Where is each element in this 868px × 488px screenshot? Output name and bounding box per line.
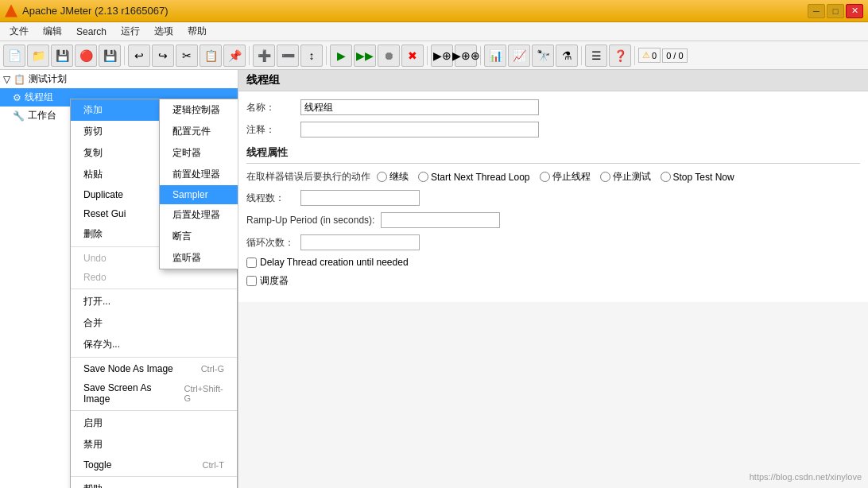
tb-report2[interactable]: 📈 bbox=[508, 45, 530, 67]
tb-list[interactable]: ☰ bbox=[585, 45, 607, 67]
submenu-assertion-label: 断言 bbox=[172, 230, 192, 243]
tree-panel: ▽ 📋 测试计划 ⚙ 线程组 🔧 工作台 添加 ▶ 剪切 Ctrl-X 复制 C… bbox=[0, 70, 238, 488]
tb-toggle[interactable]: ↕ bbox=[300, 45, 323, 67]
scheduler-row: 调度器 bbox=[246, 274, 860, 288]
ctx-savescreenimg[interactable]: Save Screen As Image Ctrl+Shift-G bbox=[71, 378, 237, 409]
sep5 bbox=[480, 46, 481, 65]
tb-save[interactable]: 💾 bbox=[99, 45, 121, 67]
tb-report1[interactable]: 📊 bbox=[484, 45, 506, 67]
submenu-logic[interactable]: 逻辑控制器 ▶ bbox=[160, 99, 238, 121]
ctx-enable[interactable]: 启用 bbox=[71, 412, 237, 434]
tb-remote-start-all[interactable]: ▶⊕⊕ bbox=[455, 45, 477, 67]
menu-file[interactable]: 文件 bbox=[3, 23, 35, 40]
tb-remove[interactable]: ➖ bbox=[277, 45, 299, 67]
ctx-merge[interactable]: 合并 bbox=[71, 312, 237, 334]
radio-stop-now[interactable]: Stop Test Now bbox=[661, 172, 734, 183]
menu-run[interactable]: 运行 bbox=[114, 23, 146, 40]
radio-continue[interactable]: 继续 bbox=[377, 170, 409, 184]
comment-input[interactable] bbox=[300, 122, 539, 137]
action-radio-group: 继续 Start Next Thread Loop 停止线程 停止测试 bbox=[377, 170, 734, 184]
ctx-undo-label: Undo bbox=[83, 253, 107, 264]
sep7 bbox=[634, 46, 635, 65]
delay-checkbox[interactable] bbox=[246, 258, 257, 268]
action-label: 在取样器错误后要执行的动作 bbox=[246, 170, 370, 184]
ctx-enable-label: 启用 bbox=[83, 416, 103, 430]
tb-shutdown[interactable]: ✖ bbox=[401, 45, 424, 67]
minimize-button[interactable]: ─ bbox=[808, 4, 825, 18]
tb-remote-start[interactable]: ▶⊕ bbox=[431, 45, 453, 67]
ctx-cut-label: 剪切 bbox=[83, 125, 103, 138]
tb-record[interactable]: 🔴 bbox=[75, 45, 97, 67]
testplan-icon: 📋 bbox=[14, 74, 25, 85]
submenu-postproc-label: 后置处理器 bbox=[172, 208, 220, 222]
menu-search[interactable]: Search bbox=[70, 25, 113, 39]
close-button[interactable]: ✕ bbox=[846, 4, 863, 18]
submenu-preproc-label: 前置处理器 bbox=[172, 168, 220, 181]
delay-row: Delay Thread creation until needed bbox=[246, 257, 860, 268]
submenu-timer[interactable]: 定时器 ▶ bbox=[160, 142, 238, 164]
tb-cut[interactable]: ✂ bbox=[176, 45, 198, 67]
submenu-sampler[interactable]: Sampler ▶ bbox=[160, 185, 238, 204]
action-row: 在取样器错误后要执行的动作 继续 Start Next Thread Loop … bbox=[246, 170, 860, 184]
ctx-savenodeimg[interactable]: Save Node As Image Ctrl-G bbox=[71, 359, 237, 378]
menu-bar: 文件 编辑 Search 运行 选项 帮助 bbox=[0, 22, 868, 41]
scheduler-checkbox-label[interactable]: 调度器 bbox=[246, 274, 289, 288]
ctx-toggle-label: Toggle bbox=[83, 459, 111, 471]
submenu-listener[interactable]: 监听器 ▶ bbox=[160, 247, 238, 269]
radio-next-loop[interactable]: Start Next Thread Loop bbox=[418, 172, 530, 183]
radio-stop-test[interactable]: 停止测试 bbox=[600, 170, 651, 184]
delay-checkbox-label[interactable]: Delay Thread creation until needed bbox=[246, 257, 409, 268]
panel-title-label: 线程组 bbox=[246, 73, 280, 86]
ctx-toggle[interactable]: Toggle Ctrl-T bbox=[71, 455, 237, 474]
menu-edit[interactable]: 编辑 bbox=[37, 23, 68, 40]
tb-paste[interactable]: 📌 bbox=[223, 45, 246, 67]
ctx-sep2 bbox=[71, 289, 237, 289]
sep2 bbox=[249, 46, 250, 65]
ctx-saveas[interactable]: 保存为... bbox=[71, 334, 237, 355]
tb-add[interactable]: ➕ bbox=[253, 45, 275, 67]
tree-item-testplan[interactable]: ▽ 📋 测试计划 bbox=[0, 70, 238, 88]
panel-title: 线程组 bbox=[238, 70, 868, 91]
loop-label: 循环次数： bbox=[246, 236, 294, 250]
ctx-sep3 bbox=[71, 357, 237, 358]
ctx-savenodeimg-shortcut: Ctrl-G bbox=[201, 364, 224, 374]
toolbar: 📄 📁 💾 🔴 💾 ↩ ↪ ✂ 📋 📌 ➕ ➖ ↕ ▶ ▶▶ ⏺ ✖ ▶⊕ ▶⊕… bbox=[0, 41, 868, 70]
tb-save-template[interactable]: 💾 bbox=[51, 45, 73, 67]
loop-input[interactable] bbox=[300, 234, 420, 250]
title-bar: Apache JMeter (2.13 r1665067) ─ □ ✕ bbox=[0, 0, 868, 22]
submenu-preproc[interactable]: 前置处理器 ▶ bbox=[160, 164, 238, 185]
tb-copy[interactable]: 📋 bbox=[200, 45, 222, 67]
tb-help[interactable]: ❓ bbox=[609, 45, 631, 67]
menu-help[interactable]: 帮助 bbox=[181, 23, 213, 40]
ctx-disable[interactable]: 禁用 bbox=[71, 434, 237, 455]
tb-open[interactable]: 📁 bbox=[27, 45, 49, 67]
submenu-assertion[interactable]: 断言 ▶ bbox=[160, 226, 238, 247]
threads-input[interactable] bbox=[300, 190, 420, 206]
tb-func[interactable]: ⚗ bbox=[556, 45, 578, 67]
menu-options[interactable]: 选项 bbox=[148, 23, 180, 40]
submenu-config[interactable]: 配置元件 ▶ bbox=[160, 121, 238, 142]
tb-redo[interactable]: ↪ bbox=[152, 45, 174, 67]
radio-stop-thread[interactable]: 停止线程 bbox=[540, 170, 591, 184]
scheduler-checkbox[interactable] bbox=[246, 276, 257, 286]
tb-new[interactable]: 📄 bbox=[3, 45, 25, 67]
rampup-input[interactable] bbox=[381, 212, 500, 228]
submenu-postproc[interactable]: 后置处理器 ▶ bbox=[160, 204, 238, 226]
tb-start[interactable]: ▶ bbox=[330, 45, 352, 67]
tb-binoculars[interactable]: 🔭 bbox=[532, 45, 554, 67]
tb-undo[interactable]: ↩ bbox=[128, 45, 150, 67]
name-input[interactable] bbox=[300, 99, 539, 115]
content-panel: 线程组 名称： 注释： 线程属性 在取样器错误后要执行的动作 继续 bbox=[238, 70, 868, 488]
comment-label: 注释： bbox=[246, 123, 294, 137]
ctx-redo: Redo bbox=[71, 268, 237, 287]
maximize-button[interactable]: □ bbox=[827, 4, 844, 18]
tb-stop[interactable]: ⏺ bbox=[378, 45, 400, 67]
app-icon bbox=[5, 5, 17, 17]
delay-label: Delay Thread creation until needed bbox=[260, 257, 409, 268]
ctx-help[interactable]: 帮助 bbox=[71, 478, 237, 488]
comment-row: 注释： bbox=[246, 122, 860, 137]
tb-start-nopause[interactable]: ▶▶ bbox=[354, 45, 376, 67]
ctx-open[interactable]: 打开... bbox=[71, 291, 237, 312]
ctx-savescreenimg-shortcut: Ctrl+Shift-G bbox=[184, 384, 224, 403]
sep6 bbox=[581, 46, 582, 65]
